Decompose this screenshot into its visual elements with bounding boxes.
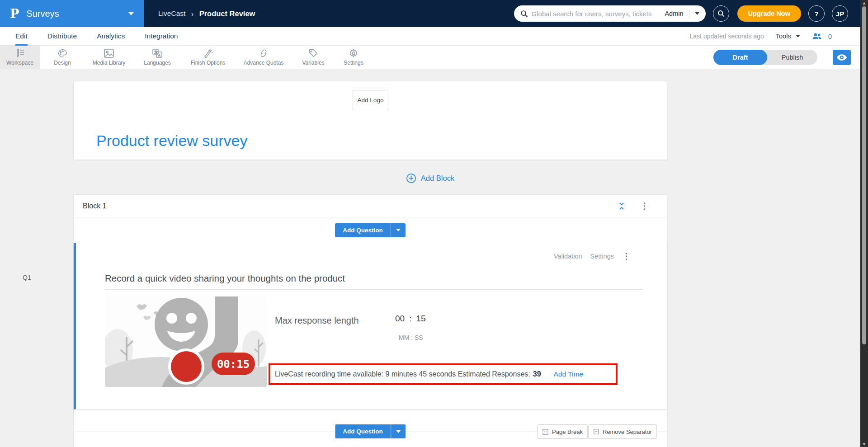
workspace-icon: [14, 48, 25, 58]
divider: [689, 9, 689, 18]
toolbar-item-label: Languages: [144, 60, 170, 66]
top-navbar: P Surveys LiveCast › Product Review Admi…: [0, 0, 868, 27]
add-question-button[interactable]: Add Question: [335, 424, 391, 438]
tag-icon: [308, 48, 319, 58]
chevron-down-icon: [128, 12, 134, 15]
survey-tabs-bar: Edit Distribute Analytics Integration La…: [0, 27, 868, 46]
chevron-down-icon[interactable]: [695, 12, 699, 15]
question-title[interactable]: Record a quick video sharing your though…: [105, 273, 345, 284]
eye-icon: [836, 53, 847, 61]
toolbar-item-finish-options[interactable]: Finish Options: [181, 46, 235, 69]
survey-editor-canvas: Add Logo Product review survey Add Block…: [0, 69, 860, 447]
search-icon: [717, 10, 725, 17]
toolbar-item-variables[interactable]: Variables: [292, 46, 334, 69]
navbar-actions: Admin Upgrade Now ? JP: [514, 5, 868, 22]
collaborators[interactable]: 0: [812, 33, 832, 40]
time-format-hint: MM : SS: [399, 334, 423, 341]
add-logo-button[interactable]: Add Logo: [353, 90, 388, 110]
add-question-dropdown[interactable]: [391, 223, 406, 237]
minutes-value[interactable]: 00: [395, 314, 405, 324]
toolbar-item-languages[interactable]: 文A Languages: [133, 46, 181, 69]
remove-separator-button[interactable]: Remove Separator: [588, 424, 657, 439]
question-card[interactable]: Validation Settings ⋮ Record a quick vid…: [74, 243, 667, 409]
toolbar-item-design[interactable]: Design: [40, 46, 85, 69]
app-name: Surveys: [26, 9, 59, 19]
avatar[interactable]: JP: [832, 5, 848, 22]
search-input[interactable]: [532, 10, 661, 18]
recording-time-notice: LiveCast recording time available: 9 min…: [269, 363, 618, 385]
video-recording-illustration: 00:15: [105, 296, 267, 387]
tools-dropdown[interactable]: Tools: [776, 33, 800, 40]
block-header: Block 1 ⋮: [74, 195, 667, 217]
upgrade-now-button[interactable]: Upgrade Now: [737, 5, 801, 22]
add-question-split-button: Add Question: [335, 223, 406, 237]
max-response-length-label: Max response length: [275, 315, 359, 326]
add-time-link[interactable]: Add Time: [554, 370, 583, 378]
page-break-label: Page Break: [552, 428, 583, 435]
magic-wand-icon: [203, 48, 213, 58]
add-question-split-button-bottom: Add Question: [335, 424, 406, 438]
scrollbar-thumb[interactable]: [862, 6, 866, 344]
toolbar-item-label: Design: [54, 60, 71, 66]
toolbar-item-media-library[interactable]: Media Library: [85, 46, 133, 69]
help-button[interactable]: ?: [808, 5, 825, 22]
scroll-up-icon[interactable]: ▲: [860, 0, 868, 5]
page-scrollbar[interactable]: ▲ ▼: [860, 0, 868, 447]
translate-icon: 文A: [152, 48, 163, 58]
app-switcher[interactable]: P Surveys: [0, 0, 144, 27]
max-response-time-input[interactable]: 00 : 15: [395, 314, 426, 324]
time-separator: :: [409, 314, 411, 324]
validation-menu-item[interactable]: Validation: [554, 253, 582, 260]
toolbar-item-settings[interactable]: Settings: [334, 46, 373, 69]
publish-toggle-button[interactable]: Publish: [767, 50, 817, 65]
collaborators-icon: [812, 33, 822, 40]
block-menu-kebab-icon[interactable]: ⋮: [640, 202, 649, 210]
page-break-button[interactable]: Page Break: [537, 424, 588, 439]
settings-menu-item[interactable]: Settings: [590, 253, 614, 260]
survey-title[interactable]: Product review survey: [96, 132, 247, 150]
collaborators-count: 0: [828, 33, 832, 40]
remove-separator-label: Remove Separator: [603, 428, 652, 435]
survey-header-card: Add Logo Product review survey: [73, 81, 667, 160]
add-block-button[interactable]: Add Block: [0, 173, 860, 184]
block-container: Block 1 ⋮ Add Question Validation Settin…: [73, 194, 667, 447]
image-icon: [104, 48, 114, 58]
breadcrumb-current: Product Review: [199, 9, 255, 18]
breadcrumb-parent[interactable]: LiveCast: [158, 9, 185, 18]
scroll-down-icon[interactable]: ▼: [860, 442, 868, 447]
svg-text:文: 文: [154, 50, 158, 54]
tab-distribute[interactable]: Distribute: [47, 27, 77, 46]
chevron-down-icon: [396, 430, 401, 433]
breadcrumb-chevron-icon: ›: [191, 9, 193, 18]
question-number: Q1: [23, 274, 31, 281]
collapse-block-icon[interactable]: [618, 202, 625, 210]
tab-integration[interactable]: Integration: [145, 27, 178, 46]
add-question-row-top: Add Question: [74, 217, 667, 243]
draft-toggle-button[interactable]: Draft: [713, 50, 767, 65]
preview-button[interactable]: [833, 50, 851, 65]
add-question-button[interactable]: Add Question: [335, 223, 391, 237]
tab-edit[interactable]: Edit: [15, 27, 28, 46]
remove-separator-icon: [593, 428, 599, 435]
block-title[interactable]: Block 1: [83, 202, 106, 210]
tab-analytics[interactable]: Analytics: [97, 27, 125, 46]
global-search[interactable]: Admin: [514, 5, 706, 22]
chevron-down-icon: [396, 229, 401, 231]
estimated-responses-value: 39: [533, 370, 541, 378]
toolbar-item-workspace[interactable]: Workspace: [0, 46, 40, 69]
record-button-icon: [171, 351, 202, 382]
plus-circle-icon: [406, 173, 416, 184]
tools-label: Tools: [776, 33, 791, 40]
palette-icon: [57, 48, 68, 58]
add-question-dropdown[interactable]: [391, 424, 406, 438]
toolbar-item-label: Variables: [302, 60, 324, 66]
question-menu-kebab-icon[interactable]: ⋮: [622, 252, 631, 260]
search-button[interactable]: [713, 5, 729, 22]
block-footer-row: Add Question Page Break Remove Separator: [74, 409, 667, 447]
toolbar-item-advance-quotas[interactable]: Advance Quotas: [235, 46, 292, 69]
toolbar-item-label: Workspace: [6, 60, 33, 66]
search-scope-select[interactable]: Admin: [665, 10, 683, 17]
recording-time-pill: 00:15: [217, 358, 250, 371]
seconds-value[interactable]: 15: [416, 314, 425, 324]
chevron-down-icon: [796, 35, 800, 38]
